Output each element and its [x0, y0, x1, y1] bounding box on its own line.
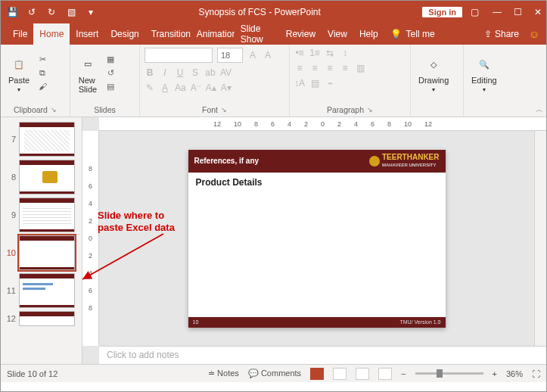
shadow-icon[interactable]: ab: [205, 67, 216, 78]
fit-window-icon[interactable]: ⛶: [532, 369, 540, 378]
align-right-icon[interactable]: ≡: [325, 63, 335, 73]
normal-view-icon[interactable]: [310, 368, 324, 380]
tab-review[interactable]: Review: [280, 23, 322, 45]
slide-canvas[interactable]: References, if any TEERTHANKERMAHAVEER U…: [99, 131, 534, 346]
collapse-ribbon-icon[interactable]: ︿: [536, 104, 543, 115]
slide-counter[interactable]: Slide 10 of 12: [7, 369, 57, 378]
align-text-icon[interactable]: ▤: [309, 78, 320, 89]
reading-view-icon[interactable]: [356, 368, 369, 380]
font-name-input[interactable]: [145, 48, 213, 63]
minimize-icon[interactable]: —: [493, 7, 502, 17]
format-painter-icon[interactable]: 🖌: [36, 82, 49, 94]
highlight-icon[interactable]: ✎: [145, 82, 155, 93]
underline-icon[interactable]: U: [175, 67, 185, 78]
maximize-icon[interactable]: ☐: [514, 7, 522, 17]
notes-pane[interactable]: Click to add notes: [99, 346, 546, 364]
grow-font-icon[interactable]: A▴: [206, 82, 216, 93]
tab-insert[interactable]: Insert: [70, 23, 104, 45]
notes-toggle[interactable]: ≐ Notes: [208, 369, 239, 378]
horizontal-ruler: 12108642024681012: [99, 117, 546, 131]
align-left-icon[interactable]: ≡: [294, 63, 305, 73]
text-direction-icon[interactable]: ↕A: [294, 78, 305, 89]
reset-icon[interactable]: ↺: [104, 68, 117, 80]
slide-header: References, if any TEERTHANKERMAHAVEER U…: [188, 150, 446, 173]
vertical-ruler: 864202468: [82, 131, 99, 346]
close-icon[interactable]: ✕: [534, 7, 542, 17]
change-case-icon[interactable]: Aa: [175, 82, 186, 93]
save-icon[interactable]: 💾: [5, 7, 19, 17]
tab-animations[interactable]: Animations: [191, 23, 235, 45]
italic-icon[interactable]: I: [160, 67, 170, 78]
paste-label: Paste: [8, 76, 30, 85]
tab-home[interactable]: Home: [33, 23, 70, 45]
increase-font-icon[interactable]: A: [247, 50, 258, 61]
group-slides: ▭ New Slide ▦ ↺ ▤ Slides: [70, 45, 140, 117]
bullets-icon[interactable]: •≡: [294, 48, 305, 58]
zoom-slider[interactable]: [415, 372, 483, 375]
cut-icon[interactable]: ✂: [36, 54, 49, 67]
notes-placeholder: Click to add notes: [107, 350, 179, 360]
drawing-button[interactable]: ◇ Drawing ▾: [415, 53, 452, 95]
copy-icon[interactable]: ⧉: [36, 68, 49, 80]
columns-icon[interactable]: ▥: [355, 63, 365, 73]
current-slide[interactable]: References, if any TEERTHANKERMAHAVEER U…: [188, 150, 446, 328]
font-size-input[interactable]: [217, 48, 243, 63]
align-center-icon[interactable]: ≡: [309, 63, 320, 73]
strike-icon[interactable]: S: [190, 67, 200, 78]
slides-panel[interactable]: 7 8 9 10 11 12: [1, 117, 82, 364]
smartart-icon[interactable]: ⌁: [325, 78, 335, 89]
qat-dropdown-icon[interactable]: ▾: [84, 7, 98, 17]
ribbon: 📋 Paste ▾ ✂ ⧉ 🖌 Clipboard↘ ▭ New Slide ▦…: [1, 45, 546, 117]
tab-view[interactable]: View: [322, 23, 353, 45]
redo-icon[interactable]: ↻: [45, 7, 58, 17]
shrink-font-icon[interactable]: A▾: [221, 82, 232, 93]
tab-file[interactable]: File: [7, 23, 33, 45]
layout-icon[interactable]: ▦: [104, 54, 117, 67]
tab-design[interactable]: Design: [104, 23, 145, 45]
justify-icon[interactable]: ≡: [340, 63, 350, 73]
paste-button[interactable]: 📋 Paste ▾: [5, 53, 33, 95]
thumb-9[interactable]: 9: [1, 196, 82, 234]
sorter-view-icon[interactable]: [333, 368, 347, 380]
logo-badge-icon: [369, 156, 380, 166]
share-button[interactable]: ⇪ Share: [478, 23, 525, 45]
thumb-10[interactable]: 10: [1, 234, 82, 272]
new-slide-button[interactable]: ▭ New Slide: [75, 53, 101, 95]
dialog-launcher-icon[interactable]: ↘: [221, 106, 227, 114]
tab-transitions[interactable]: Transitions: [145, 23, 191, 45]
slideshow-view-icon[interactable]: [378, 368, 392, 380]
zoom-label[interactable]: 36%: [506, 369, 523, 378]
dialog-launcher-icon[interactable]: ↘: [51, 106, 57, 114]
thumb-7[interactable]: 7: [1, 120, 82, 158]
line-spacing-icon[interactable]: ↕: [340, 48, 350, 58]
slide-body[interactable]: Product Details: [188, 173, 446, 317]
undo-icon[interactable]: ↺: [25, 7, 39, 17]
zoom-in-icon[interactable]: +: [493, 369, 497, 378]
font-color-icon[interactable]: A: [160, 82, 170, 93]
bold-icon[interactable]: B: [145, 67, 155, 78]
clear-format-icon[interactable]: A⁻: [191, 82, 201, 93]
zoom-out-icon[interactable]: −: [401, 369, 406, 378]
clipboard-label: Clipboard: [14, 105, 48, 114]
thumb-8[interactable]: 8: [1, 158, 82, 196]
slide-body-title: Product Details: [196, 177, 263, 188]
list-level-icon[interactable]: ⇆: [325, 48, 335, 58]
editing-button[interactable]: 🔍 Editing ▾: [468, 53, 500, 95]
feedback-icon[interactable]: ☺: [525, 23, 543, 45]
vertical-scrollbar[interactable]: [534, 131, 546, 346]
tab-slideshow[interactable]: Slide Show: [235, 23, 280, 45]
decrease-font-icon[interactable]: A: [263, 50, 273, 61]
tell-me[interactable]: 💡 Tell me: [384, 23, 478, 45]
comments-toggle[interactable]: 💬 Comments: [248, 369, 301, 378]
ribbon-display-options-icon[interactable]: ▢: [471, 7, 479, 17]
thumb-11[interactable]: 11: [1, 272, 82, 310]
character-spacing-icon[interactable]: AV: [220, 67, 232, 78]
section-icon[interactable]: ▤: [104, 82, 117, 94]
share-label: Share: [495, 29, 519, 39]
thumb-12[interactable]: 12: [1, 310, 82, 328]
tab-help[interactable]: Help: [353, 23, 384, 45]
sign-in-button[interactable]: Sign in: [421, 6, 463, 18]
start-from-beginning-icon[interactable]: ▧: [64, 7, 78, 17]
dialog-launcher-icon[interactable]: ↘: [367, 106, 373, 114]
numbering-icon[interactable]: 1≡: [309, 48, 320, 58]
